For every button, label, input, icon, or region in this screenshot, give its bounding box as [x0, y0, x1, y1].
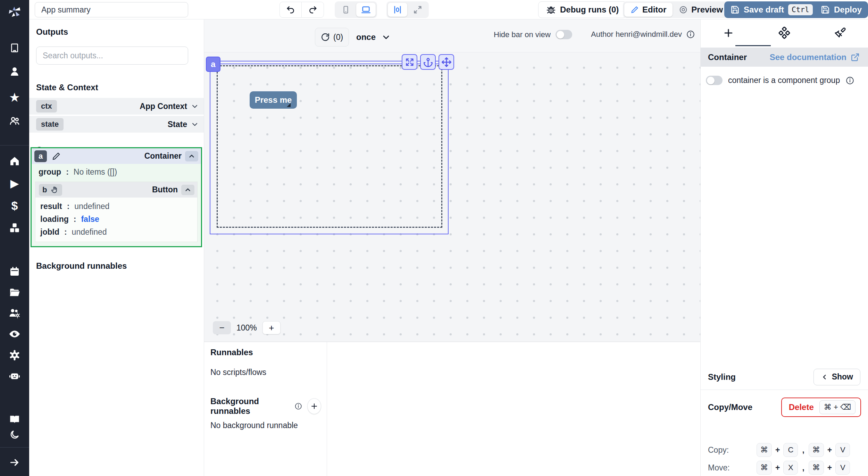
sidebar-item-schedules[interactable] [0, 265, 29, 278]
sidebar-item-resources[interactable] [0, 221, 29, 235]
sidebar-item-groups[interactable] [0, 114, 29, 128]
zoom-in-button[interactable]: + [262, 321, 281, 334]
x-key: X [783, 461, 798, 475]
sidebar-item-theme[interactable] [0, 428, 29, 442]
users-gear-icon [9, 307, 20, 319]
undo-button[interactable] [279, 2, 302, 18]
tab-preview[interactable]: Preview [673, 3, 729, 17]
pencil-icon[interactable] [52, 152, 61, 161]
zoom-controls: − 100% + [213, 321, 281, 334]
component-group-setting: container is a component group [706, 76, 854, 85]
sidebar-item-docs[interactable] [0, 412, 29, 426]
sidebar-item-workers[interactable] [0, 306, 29, 320]
app-summary-input[interactable] [35, 2, 188, 17]
container-component-header[interactable]: a Container [32, 148, 201, 164]
desktop-view-button[interactable] [356, 3, 376, 17]
hide-bar-toggle[interactable] [556, 30, 572, 39]
expand-icon [413, 5, 423, 15]
search-outputs-input[interactable] [36, 47, 188, 65]
windmill-logo[interactable] [0, 3, 29, 19]
user-icon [9, 66, 20, 77]
collapse-button-button[interactable] [181, 185, 194, 195]
fullwidth-layout-button[interactable] [408, 3, 427, 17]
container-id-badge: a [34, 150, 47, 162]
refresh-button[interactable]: (0) [315, 28, 349, 47]
play-icon: ▶ [10, 178, 19, 189]
press-me-button[interactable]: Press me [250, 91, 297, 109]
info-icon[interactable] [686, 30, 695, 39]
copy-shortcut-row: Copy: ⌘ + C , ⌘ + V [708, 443, 850, 457]
author-label: Author henri@windmill.dev [591, 30, 682, 39]
topbar: ⋮ Debug runs (0) Editor Preview Save dra… [29, 0, 868, 19]
align-center-icon [393, 5, 402, 15]
moon-icon [9, 429, 20, 440]
component-group-toggle[interactable] [706, 76, 723, 85]
schedule-dropdown[interactable]: once [356, 28, 391, 47]
mobile-view-button[interactable] [336, 3, 356, 17]
smartphone-icon [341, 5, 350, 14]
delete-component-button[interactable]: Delete ⌘ + ⌫ [781, 398, 861, 417]
container-drop-zone[interactable] [217, 65, 442, 228]
delete-kbd-chip: ⌘ + ⌫ [819, 400, 856, 414]
layout-toggle-group [386, 1, 429, 18]
center-layout-button[interactable] [388, 3, 407, 17]
runnables-title: Runnables [210, 348, 321, 357]
copy-move-section-header: Copy/Move Delete ⌘ + ⌫ [701, 398, 868, 417]
chevron-up-icon [184, 186, 192, 194]
zoom-level: 100% [236, 323, 257, 333]
sidebar-item-settings[interactable] [0, 348, 29, 362]
settings-panel: Container See documentation container is… [700, 19, 868, 476]
anchor-handle[interactable] [420, 54, 436, 70]
hand-pointer-icon [50, 186, 59, 194]
sidebar-item-folders[interactable] [0, 285, 29, 299]
info-icon[interactable] [294, 402, 302, 411]
deploy-button[interactable]: Deploy [815, 1, 868, 18]
component-settings-header: Container See documentation [701, 48, 868, 67]
sidebar-item-home[interactable] [0, 154, 29, 168]
sidebar-item-workspace[interactable] [0, 41, 29, 55]
component-id-chip[interactable]: a [206, 57, 220, 72]
debug-runs-button[interactable]: Debug runs (0) [538, 1, 627, 18]
tab-editor[interactable]: Editor [624, 3, 673, 17]
refresh-count: (0) [333, 33, 343, 42]
gear-icon [9, 349, 20, 361]
tab-insert-component[interactable] [701, 19, 757, 46]
tab-styling[interactable] [812, 19, 868, 46]
editor-preview-toggle: Editor Preview [623, 1, 731, 18]
collapse-container-button[interactable] [185, 151, 198, 161]
runnables-empty: No scripts/flows [210, 368, 321, 377]
chevron-up-icon [188, 152, 195, 160]
paintbrush-icon [834, 27, 846, 39]
cmd-key: ⌘ [809, 461, 824, 475]
canvas-toolbar: (0) once Hide bar on view Author henri@w… [204, 19, 700, 52]
sidebar-item-audit[interactable] [0, 327, 29, 341]
resize-corner-handle[interactable] [287, 103, 291, 107]
app-rail: ★ ▶ $ [0, 0, 29, 476]
chevron-down-icon[interactable] [191, 120, 199, 128]
info-icon[interactable] [845, 76, 854, 85]
schedule-value: once [356, 32, 376, 42]
output-row-ctx[interactable]: ctx App Context [29, 98, 204, 115]
sidebar-item-favorites[interactable]: ★ [0, 91, 29, 105]
sidebar-expand-button[interactable] [0, 456, 29, 469]
dollar-icon: $ [11, 200, 18, 211]
sidebar-item-user[interactable] [0, 65, 29, 78]
add-background-runnable-button[interactable] [307, 398, 321, 414]
expand-handle[interactable] [402, 54, 417, 70]
sidebar-item-ai[interactable] [0, 369, 29, 383]
button-component-header[interactable]: b Button [35, 182, 197, 198]
output-row-state[interactable]: state State [29, 116, 204, 133]
zoom-out-button[interactable]: − [213, 321, 231, 334]
outputs-title: Outputs [36, 27, 204, 37]
tab-component-settings[interactable] [757, 19, 812, 46]
see-documentation-link[interactable]: See documentation [770, 52, 860, 62]
move-handle[interactable] [439, 54, 454, 70]
hide-bar-label: Hide bar on view [494, 30, 551, 39]
deploy-icon [821, 5, 830, 14]
sidebar-item-variables[interactable]: $ [0, 199, 29, 212]
show-styling-button[interactable]: Show [813, 369, 860, 385]
chevron-down-icon[interactable] [191, 102, 199, 110]
sidebar-item-runs[interactable]: ▶ [0, 176, 29, 190]
runnables-list: Runnables No scripts/flows Background ru… [204, 342, 327, 476]
redo-button[interactable] [302, 2, 324, 18]
